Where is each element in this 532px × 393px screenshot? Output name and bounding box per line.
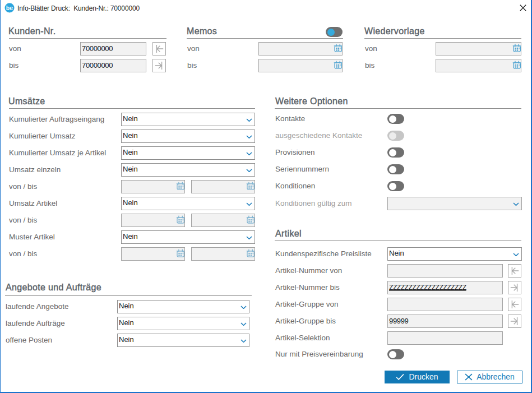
svg-text:be: be bbox=[6, 4, 13, 11]
